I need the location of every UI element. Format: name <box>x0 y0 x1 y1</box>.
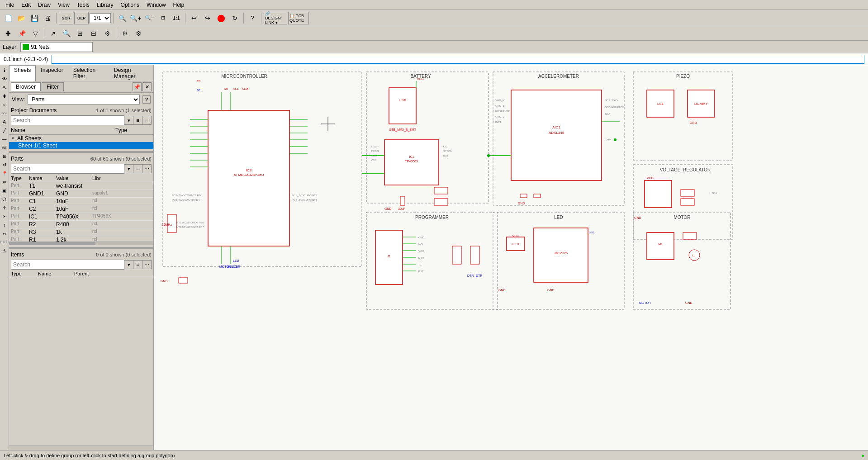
t2-btn5[interactable]: ⚙ <box>101 27 114 40</box>
t2-btn2[interactable]: 🔍 <box>60 27 73 40</box>
stop-button[interactable]: ⬤ <box>215 12 228 24</box>
drag-icon[interactable]: ⇔ <box>0 229 9 237</box>
tree-item-allsheets[interactable]: ▼ All Sheets <box>9 135 153 142</box>
view-select[interactable]: Parts Nets Pins <box>28 95 140 104</box>
pin2-icon[interactable]: 📍 <box>0 169 9 177</box>
rotate-icon[interactable]: ↺ <box>0 161 9 169</box>
parts-list-item[interactable]: Part R2 R400 rcl <box>9 221 153 228</box>
menu-help[interactable]: Help <box>170 1 188 9</box>
zoom-fit-button[interactable]: ⊞ <box>157 12 169 24</box>
t2-btn4[interactable]: ⊟ <box>87 27 100 40</box>
grid-icon[interactable]: ⊞ <box>0 152 9 160</box>
items-more-icon[interactable]: ⋯ <box>142 260 152 269</box>
menu-library[interactable]: Library <box>93 1 117 9</box>
info-icon[interactable]: ℹ <box>0 66 9 74</box>
menu-draw[interactable]: Draw <box>34 1 54 9</box>
parts-list-item[interactable]: Part IC1 TP4056X TP4056X <box>9 213 153 221</box>
items-scroll[interactable] <box>9 277 153 446</box>
save-button[interactable]: 💾 <box>28 12 41 24</box>
parts-list-item[interactable]: Part GND1 GND supply1 <box>9 190 153 198</box>
parts-list-item[interactable]: Part C1 10uF rcl <box>9 198 153 205</box>
panel-pin-icon[interactable]: 📌 <box>133 82 142 91</box>
tab-sheets[interactable]: Sheets <box>9 65 36 81</box>
parts-scroll[interactable]: Part T1 we-transist Part GND1 GND supply… <box>9 182 153 242</box>
tab-selection-filter[interactable]: Selection Filter <box>68 65 109 81</box>
ab-icon[interactable]: AB <box>0 143 9 152</box>
menu-options[interactable]: Options <box>117 1 143 9</box>
open-button[interactable]: 📂 <box>15 12 28 24</box>
move-icon[interactable]: ↕ <box>0 221 9 229</box>
t2-btn1[interactable]: ↗ <box>47 27 59 40</box>
pin-button[interactable]: 📌 <box>15 27 28 40</box>
eye-icon[interactable]: 👁 <box>0 75 9 83</box>
bottom-scrollbar[interactable] <box>9 446 153 450</box>
t2-btn7[interactable]: ⚙ <box>132 27 145 40</box>
items-search-input[interactable] <box>11 260 124 270</box>
menu-tools[interactable]: Tools <box>73 1 93 9</box>
menu-edit[interactable]: Edit <box>18 1 34 9</box>
parts-list-item[interactable]: Part T1 we-transist <box>9 182 153 190</box>
coord-input[interactable] <box>52 55 864 64</box>
tab-inspector[interactable]: Inspector <box>36 65 68 81</box>
subtab-browser[interactable]: Browser <box>11 82 41 91</box>
subtab-filter[interactable]: Filter <box>42 82 64 91</box>
project-list-icon[interactable]: ≡ <box>133 116 142 125</box>
erc-icon erc-label[interactable]: ERC <box>0 238 9 246</box>
ulp-button[interactable]: ULP <box>74 12 89 24</box>
text-icon[interactable]: A <box>0 118 9 126</box>
panel-close-icon[interactable]: ✕ <box>142 82 152 91</box>
line2-icon[interactable]: — <box>0 135 9 143</box>
tab-design-manager[interactable]: Design Manager <box>109 65 153 81</box>
select-icon[interactable]: ▣ <box>0 186 9 194</box>
project-search-dropdown-icon[interactable]: ▾ <box>124 116 133 125</box>
project-search-input[interactable] <box>11 115 124 125</box>
t2-btn3[interactable]: ⊞ <box>74 27 86 40</box>
crosshair-button[interactable]: ✚ <box>2 27 14 40</box>
parts-list-item[interactable]: Part C2 10uF rcl <box>9 205 153 213</box>
help-button[interactable]: ? <box>246 12 259 24</box>
new-button[interactable]: 📄 <box>2 12 14 24</box>
plus-icon[interactable]: ✛ <box>0 204 9 212</box>
items-list-icon[interactable]: ≡ <box>133 260 142 269</box>
undo-button[interactable]: ↩ <box>188 12 200 24</box>
minus-icon[interactable]: ✂ <box>0 212 9 220</box>
parts-list-item[interactable]: Part R3 1k rcl <box>9 228 153 236</box>
t2-btn6[interactable]: ⚙ <box>119 27 131 40</box>
pcb-quote-button[interactable]: 📋 PCB QUOTE <box>288 12 309 24</box>
parts-search-input[interactable] <box>11 164 124 174</box>
parts-search-dropdown-icon[interactable]: ▾ <box>124 164 133 173</box>
pencil-icon[interactable]: ✏ <box>0 178 9 186</box>
items-search-dropdown-icon[interactable]: ▾ <box>124 260 133 269</box>
panel-separator-2[interactable] <box>9 247 153 249</box>
line-icon[interactable]: ╱ <box>0 126 9 134</box>
parts-list-item[interactable]: Part R1 1.2k rcl <box>9 236 153 242</box>
print-button[interactable]: 🖨 <box>41 12 54 24</box>
crosshair-left-icon[interactable]: ✚ <box>0 92 9 100</box>
zoom-actual-button[interactable]: 1:1 <box>170 12 183 24</box>
canvas-area[interactable]: MICROCONTROLLER IC3 ATMEGA328P-MU <box>154 65 868 450</box>
polygon-icon[interactable]: ⬡ <box>0 195 9 203</box>
tree-item-sheet1[interactable]: Sheet 1/1 Sheet <box>9 142 153 149</box>
layer-selector[interactable]: 91 Nets <box>20 42 93 52</box>
menu-file[interactable]: File <box>2 1 18 9</box>
filter-button[interactable]: ▽ <box>29 27 42 40</box>
circle-icon[interactable]: ○ <box>0 100 9 109</box>
project-more-icon[interactable]: ⋯ <box>142 116 152 125</box>
page-select[interactable]: 1/1 <box>90 13 111 23</box>
zoom-in-button[interactable]: 🔍+ <box>129 12 142 24</box>
warning-icon[interactable]: ⚠ <box>0 247 9 255</box>
parts-scrollbar[interactable] <box>9 242 153 245</box>
redo-button[interactable]: ↪ <box>201 12 214 24</box>
refresh-button[interactable]: ↻ <box>228 12 241 24</box>
parts-more-icon[interactable]: ⋯ <box>142 164 152 173</box>
wave-icon[interactable]: 〰 <box>0 109 9 117</box>
parts-list-icon[interactable]: ≡ <box>133 164 142 173</box>
arrow-icon[interactable]: ↖ <box>0 83 9 91</box>
menu-view[interactable]: View <box>54 1 73 9</box>
scr-button[interactable]: SCR <box>59 12 73 24</box>
panel-separator-1[interactable] <box>9 151 153 153</box>
menu-window[interactable]: Window <box>143 1 170 9</box>
zoom-out-button[interactable]: 🔍− <box>143 12 156 24</box>
zoom-in-area-button[interactable]: 🔍 <box>116 12 128 24</box>
view-help-button[interactable]: ? <box>142 95 151 104</box>
